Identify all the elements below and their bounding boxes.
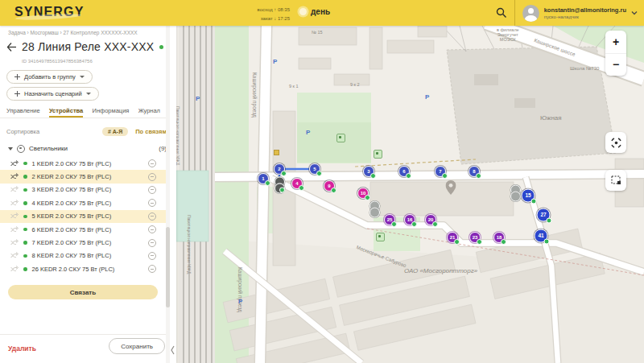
map-marker-blue-6[interactable]: 6: [398, 166, 410, 177]
map-canvas[interactable]: Каширский проездКаширский проездКаширско…: [176, 26, 644, 363]
status-dot: [23, 254, 27, 258]
map-marker-blue-7[interactable]: 7: [435, 166, 446, 177]
map-marker-blue-3[interactable]: 3: [363, 166, 374, 177]
map-marker-bigblue-41[interactable]: 41: [535, 229, 548, 243]
sport-field: [176, 171, 208, 241]
sort-by-links-button[interactable]: По связям: [135, 128, 167, 135]
user-menu[interactable]: konstantin@allmonitoring.ru пуско-наладч…: [522, 5, 638, 22]
sidebar-footer: Удалить Сохранить: [0, 334, 167, 363]
device-row[interactable]: 1 KEDR 2.0 СКУ 75 Вт (PLC): [0, 157, 167, 170]
locate-icon: [611, 138, 621, 148]
chevron-down-icon: [631, 10, 638, 15]
device-row[interactable]: 3 KEDR 2.0 СКУ 75 Вт (PLC): [0, 184, 167, 196]
status-dot: [23, 175, 27, 179]
sidebar-scrollbar-thumb[interactable]: [166, 227, 170, 307]
unlink-icon[interactable]: [148, 173, 156, 181]
playground-icon: [376, 233, 385, 241]
unlink-icon[interactable]: [148, 252, 156, 260]
sidebar-tab[interactable]: Управление: [6, 105, 40, 118]
map-marker-purple-21[interactable]: 21: [447, 232, 458, 243]
day-mode-label: день: [311, 7, 330, 16]
marker-status-dot: [546, 217, 551, 223]
unlink-icon[interactable]: [148, 239, 156, 247]
group-row[interactable]: Светильники (9): [8, 143, 167, 154]
app-logo: SYNERGY: [14, 5, 85, 19]
device-label: 4 KEDR 2.0 СКУ 75 Вт (PLC): [32, 200, 112, 207]
map-marker-blue-8[interactable]: 8: [469, 166, 480, 177]
device-row[interactable]: 5 KEDR 2.0 СКУ 75 Вт (PLC): [0, 210, 167, 223]
device-label: 5 KEDR 2.0 СКУ 75 Вт (PLC): [32, 212, 112, 220]
sunrise-row: восход ↑ 08:35: [242, 6, 290, 14]
user-email: konstantin@allmonitoring.ru: [544, 6, 626, 14]
map-label: Каширский проезд: [237, 267, 243, 312]
map-label: ОАО «Мосгороптторг»: [404, 267, 477, 274]
map-marker-purple-23[interactable]: 23: [469, 232, 481, 243]
locate-button[interactable]: [605, 132, 626, 153]
device-row[interactable]: 2 KEDR 2.0 СКУ 75 Вт (PLC): [0, 170, 167, 183]
map-marker-blue-5[interactable]: 5: [309, 163, 320, 175]
map-cluster[interactable]: [510, 185, 520, 202]
tabs: УправлениеУстройстваИнформацияЖурнал: [0, 105, 167, 118]
marker-status-dot: [365, 195, 370, 200]
device-row[interactable]: 8 KEDR 2.0 СКУ 75 Вт (PLC): [0, 250, 167, 262]
map-marker-pink-10[interactable]: 10: [357, 188, 369, 199]
unlink-icon[interactable]: [148, 159, 156, 167]
device-row[interactable]: 7 KEDR 2.0 СКУ 75 Вт (PLC): [0, 236, 167, 249]
map-label: Павелецкое направление МЖД: [187, 215, 192, 274]
back-arrow-icon[interactable]: [6, 42, 17, 52]
chevron-down-icon: [86, 93, 91, 95]
map-marker-pink-4[interactable]: 4: [291, 178, 303, 189]
zoom-in-button[interactable]: +: [605, 31, 626, 54]
map-marker-purple-16[interactable]: 16: [404, 214, 415, 225]
sidebar-tab[interactable]: Информация: [92, 105, 129, 118]
breadcrumb[interactable]: Задача › Мосгормаш › 27 Контроллер XXXXX…: [8, 30, 138, 35]
map-cluster-selected[interactable]: [275, 177, 284, 194]
unlink-icon[interactable]: [148, 212, 156, 221]
map-marker-pink-9[interactable]: 9: [324, 180, 335, 192]
day-mode-toggle[interactable]: день: [299, 7, 330, 16]
plus-icon: [14, 91, 20, 97]
sidebar-tab[interactable]: Устройства: [49, 105, 83, 118]
zoom-out-button[interactable]: −: [605, 54, 626, 76]
search-icon[interactable]: [496, 7, 507, 19]
map-pin-icon[interactable]: [446, 180, 456, 198]
device-row[interactable]: 6 KEDR 2.0 СКУ 75 Вт (PLC): [0, 223, 167, 236]
collapse-group-icon[interactable]: [8, 147, 13, 151]
map-marker-purple-25[interactable]: 25: [384, 214, 395, 225]
unlink-icon[interactable]: [148, 186, 156, 194]
map-marker-purple-18[interactable]: 18: [493, 232, 505, 243]
parking-icon: P: [306, 129, 310, 136]
map-marker-blue-1[interactable]: 1: [258, 173, 269, 184]
device-label: 26 KEDR 2.0 СКУ 75 Вт (PLC): [32, 266, 115, 273]
luminaire-group-icon: [17, 145, 25, 153]
map-marker-purple-20[interactable]: 20: [425, 214, 436, 225]
unlink-icon[interactable]: [148, 265, 156, 273]
assign-scenario-label: Назначить сценарий: [24, 90, 82, 97]
map-cluster[interactable]: [369, 201, 379, 218]
map-marker-bigblue-27[interactable]: 27: [537, 208, 551, 222]
add-to-group-button[interactable]: Добавить в группу: [6, 70, 93, 84]
sort-az-button[interactable]: # А-Я: [102, 127, 128, 136]
link-button[interactable]: Связать: [8, 285, 158, 299]
assign-scenario-button[interactable]: Назначить сценарий: [6, 87, 99, 101]
marker-status-dot: [477, 239, 482, 245]
status-dot: [23, 228, 27, 232]
device-row[interactable]: 26 KEDR 2.0 СКУ 75 Вт (PLC): [0, 262, 167, 275]
device-label: 2 KEDR 2.0 СКУ 75 Вт (PLC): [32, 173, 112, 180]
unlink-icon[interactable]: [148, 199, 156, 207]
app-window: SYNERGY восход ↑ 08:35 закат ↓ 17:25 ден…: [0, 0, 644, 363]
top-bar: SYNERGY восход ↑ 08:35 закат ↓ 17:25 ден…: [0, 0, 644, 26]
collapse-sidebar-icon[interactable]: [170, 344, 175, 356]
map-marker-blue-2[interactable]: 2: [274, 163, 285, 175]
marker-status-dot: [411, 221, 417, 227]
map-marker-bigblue-15[interactable]: 15: [522, 189, 535, 203]
map-label: Павелецкое направление МЖД: [176, 106, 180, 165]
device-row[interactable]: 4 KEDR 2.0 СКУ 75 Вт (PLC): [0, 196, 167, 209]
unlink-icon[interactable]: [148, 225, 156, 233]
sort-row: Сортировка # А-Я По связям: [6, 126, 167, 138]
map-label: Южная: [540, 114, 562, 122]
save-button[interactable]: Сохранить: [109, 338, 165, 354]
sidebar-tab[interactable]: Журнал: [138, 105, 160, 118]
delete-button[interactable]: Удалить: [8, 344, 36, 353]
area-select-button[interactable]: [605, 170, 626, 191]
